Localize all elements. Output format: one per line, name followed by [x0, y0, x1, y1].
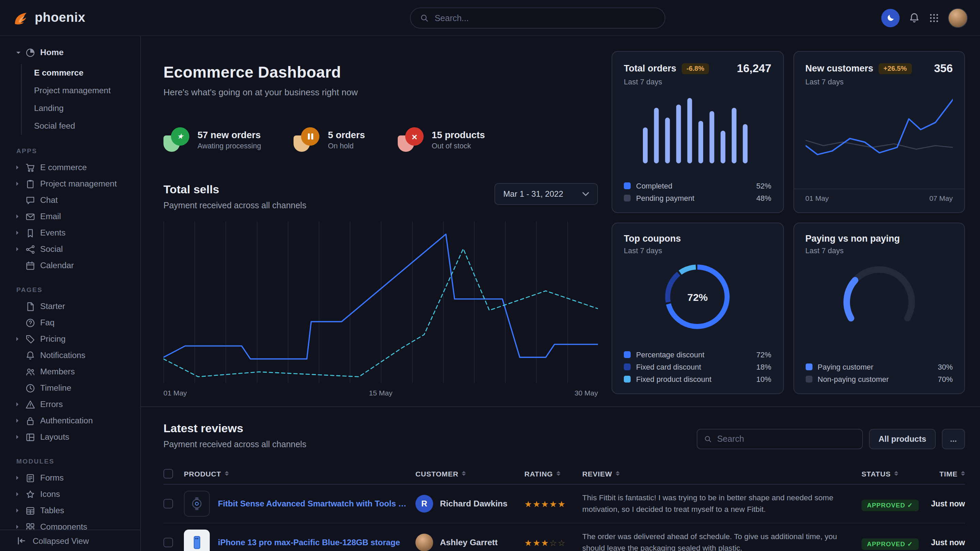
- sidebar-item-pricing[interactable]: Pricing: [0, 331, 140, 347]
- product-thumbnail: [184, 491, 210, 517]
- sidebar-item-layouts[interactable]: Layouts: [0, 429, 140, 445]
- all-products-button[interactable]: All products: [869, 429, 936, 449]
- sidebar-item-calendar[interactable]: Calendar: [0, 257, 140, 274]
- sidebar-item-tables[interactable]: Tables: [0, 502, 140, 519]
- paying-legend: Paying customer30%Non-paying customer70%: [805, 363, 953, 383]
- trend-badge: -6.8%: [682, 63, 709, 74]
- global-search[interactable]: [410, 8, 665, 29]
- new-customers-chart-area: [805, 94, 953, 183]
- sidebar-item-project-management[interactable]: Project management: [0, 176, 140, 192]
- card-title: Top coupons: [624, 233, 681, 244]
- bell-icon: [25, 350, 35, 360]
- reviews-table: PRODUCT CUSTOMER RATING REVIEW STATUS TI…: [164, 463, 965, 551]
- stat-value: 5 orders: [328, 130, 365, 140]
- app-root: phoenix Home: [0, 0, 980, 551]
- apps-menu-button[interactable]: [929, 13, 939, 23]
- table-icon: [25, 505, 35, 516]
- review-table-row: Fitbit Sense Advanced Smartwatch with To…: [164, 484, 965, 524]
- warning-icon: [25, 399, 35, 410]
- more-options-button[interactable]: ...: [942, 429, 965, 449]
- legend-swatch: [624, 351, 631, 358]
- collapsed-view-toggle[interactable]: Collapsed View: [0, 530, 140, 551]
- share-icon: [25, 244, 35, 254]
- smartwatch-image: [189, 495, 205, 512]
- notifications-button[interactable]: [908, 12, 920, 24]
- sidebar-item-notifications[interactable]: Notifications: [0, 347, 140, 364]
- kpi-cards: Total orders -6.8% 16,247 Last 7 days Co…: [612, 51, 965, 397]
- calendar-icon: [25, 260, 35, 271]
- stat-caption: Out of stock: [432, 141, 485, 149]
- date-range-select[interactable]: Mar 1 - 31, 2022: [495, 183, 598, 205]
- sidebar-item-faq[interactable]: Faq: [0, 314, 140, 331]
- column-header-rating[interactable]: RATING: [524, 469, 582, 478]
- sidebar-item-forms[interactable]: Forms: [0, 470, 140, 486]
- sidebar-item-e-commerce[interactable]: E commerce: [0, 159, 140, 176]
- total-orders-chart-area: [624, 97, 771, 165]
- sidebar-item-errors[interactable]: Errors: [0, 396, 140, 413]
- sidebar-item-label: Email: [40, 212, 61, 221]
- sidebar-item-starter[interactable]: Starter: [0, 298, 140, 314]
- chevron-right-icon: [16, 476, 21, 480]
- column-header-review[interactable]: REVIEW: [582, 469, 862, 478]
- sidebar-item-label: Home: [40, 48, 64, 57]
- customer-name: Richard Dawkins: [440, 499, 508, 508]
- sidebar-item-e-commerce-dashboard[interactable]: E commerce: [34, 64, 140, 82]
- total-sells-subtitle: Payment received across all channels: [164, 201, 307, 210]
- collapse-sidebar-icon: [16, 536, 27, 546]
- reviews-search-input[interactable]: [717, 434, 855, 444]
- sidebar-item-landing[interactable]: Landing: [34, 99, 140, 117]
- chevron-right-icon: [16, 337, 21, 341]
- sidebar-item-project-management-dashboard[interactable]: Project management: [34, 82, 140, 99]
- new-customers-x-axis: 01 May 07 May: [794, 189, 964, 202]
- select-all-checkbox[interactable]: [164, 468, 173, 478]
- sidebar-item-timeline[interactable]: Timeline: [0, 380, 140, 396]
- product-link[interactable]: Fitbit Sense Advanced Smartwatch with To…: [218, 499, 407, 508]
- row-checkbox[interactable]: [164, 499, 173, 508]
- latest-reviews-subtitle: Payment received across all channels: [164, 440, 307, 449]
- main-content: Ecommerce Dashboard Here's what's going …: [141, 36, 980, 551]
- product-link[interactable]: iPhone 13 pro max-Pacific Blue-128GB sto…: [218, 538, 400, 547]
- page-title: Ecommerce Dashboard: [164, 63, 598, 82]
- customer-avatar: R: [415, 495, 433, 513]
- sidebar-section-title: MODULES: [0, 457, 140, 465]
- sidebar-item-icons[interactable]: Icons: [0, 486, 140, 502]
- reviews-table-header: PRODUCT CUSTOMER RATING REVIEW STATUS TI…: [164, 463, 965, 484]
- column-header-time[interactable]: TIME: [939, 469, 965, 478]
- search-icon: [704, 435, 712, 443]
- sort-icon: [961, 469, 965, 478]
- column-header-status[interactable]: STATUS: [862, 469, 930, 478]
- total-orders-legend: Completed 52% Pending payment 48%: [624, 182, 771, 202]
- sidebar-item-social-feed[interactable]: Social feed: [34, 117, 140, 135]
- stat-caption: Awating processing: [197, 141, 261, 149]
- column-header-product[interactable]: PRODUCT: [184, 469, 415, 478]
- sidebar-item-chat[interactable]: Chat: [0, 192, 140, 208]
- chevron-down-icon: [582, 192, 589, 196]
- trend-badge: +26.5%: [879, 63, 912, 74]
- sidebar-item-events[interactable]: Events: [0, 225, 140, 241]
- theme-toggle-button[interactable]: [881, 8, 900, 27]
- brand-home-link[interactable]: phoenix: [12, 9, 86, 26]
- sidebar-item-label: E commerce: [40, 163, 87, 172]
- sidebar-item-members[interactable]: Members: [0, 364, 140, 380]
- star-icon: [25, 489, 35, 499]
- sidebar-item-label: Faq: [40, 318, 54, 327]
- sidebar-item-social[interactable]: Social: [0, 241, 140, 257]
- sidebar-item-label: Pricing: [40, 334, 66, 344]
- sidebar-item-components[interactable]: Components: [0, 519, 140, 530]
- global-search-input[interactable]: [434, 13, 655, 23]
- sidebar-item-email[interactable]: Email: [0, 208, 140, 225]
- user-avatar[interactable]: [948, 8, 968, 27]
- sidebar-item-home[interactable]: Home: [0, 45, 140, 60]
- sidebar-section-title: APPS: [0, 147, 140, 154]
- date-range-value: Mar 1 - 31, 2022: [503, 189, 563, 199]
- column-header-customer[interactable]: CUSTOMER: [415, 469, 524, 478]
- sidebar-item-label: Authentication: [40, 416, 93, 426]
- legend-item: Fixed card discount18%: [624, 363, 771, 371]
- reviews-search[interactable]: [697, 429, 863, 449]
- row-checkbox[interactable]: [164, 538, 173, 547]
- sidebar-item-authentication[interactable]: Authentication: [0, 413, 140, 429]
- navbar-actions: [881, 8, 968, 27]
- sidebar-item-label: Calendar: [40, 261, 74, 270]
- product-thumbnail: [184, 530, 210, 551]
- legend-item: Completed 52%: [624, 182, 771, 190]
